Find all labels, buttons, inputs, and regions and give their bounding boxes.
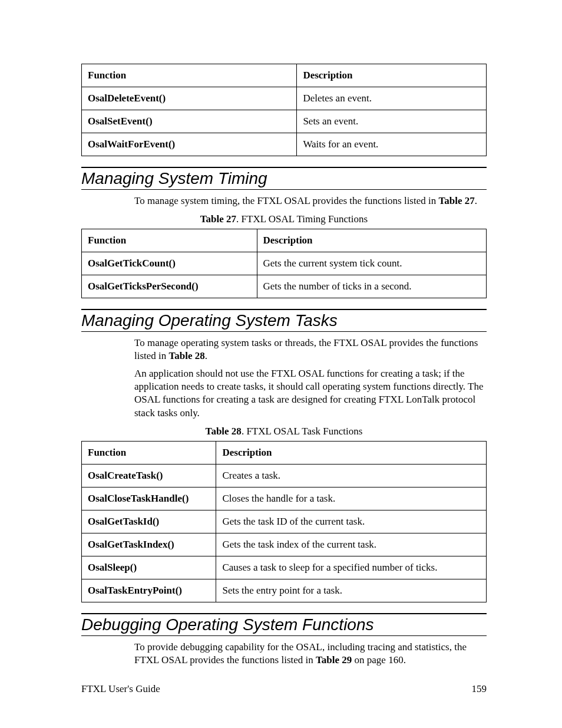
function-description: Creates a task. xyxy=(216,464,487,487)
table-reference: Table 29 xyxy=(316,654,352,666)
debug-paragraph: To provide debugging capability for the … xyxy=(134,641,487,667)
function-description: Gets the task index of the current task. xyxy=(216,533,487,556)
table-row: OsalSetEvent() Sets an event. xyxy=(82,110,487,133)
table-reference: Table 28 xyxy=(169,350,205,361)
table-row: OsalCloseTaskHandle() Closes the handle … xyxy=(82,487,487,510)
table-caption-tasks: Table 28. FTXL OSAL Task Functions xyxy=(81,426,487,437)
text: . xyxy=(205,350,207,361)
footer-page-number: 159 xyxy=(472,683,487,695)
section-heading-tasks: Managing Operating System Tasks xyxy=(81,309,487,332)
table-row: OsalGetTaskIndex() Gets the task index o… xyxy=(82,533,487,556)
tasks-paragraph-2: An application should not use the FTXL O… xyxy=(134,367,487,419)
text: To manage system timing, the FTXL OSAL p… xyxy=(134,195,438,206)
text: To provide debugging capability for the … xyxy=(134,641,467,666)
function-name: OsalGetTaskId() xyxy=(82,510,216,533)
section-heading-debug: Debugging Operating System Functions xyxy=(81,613,487,636)
function-name: OsalSleep() xyxy=(82,556,216,579)
function-name: OsalWaitForEvent() xyxy=(82,133,297,156)
col-header-description: Description xyxy=(257,229,486,252)
caption-rest: . FTXL OSAL Task Functions xyxy=(242,426,363,437)
events-table: Function Description OsalDeleteEvent() D… xyxy=(81,64,487,156)
function-name: OsalDeleteEvent() xyxy=(82,87,297,110)
function-description: Deletes an event. xyxy=(297,87,487,110)
function-name: OsalGetTickCount() xyxy=(82,252,257,275)
function-description: Causes a task to sleep for a specified n… xyxy=(216,556,487,579)
function-name: OsalTaskEntryPoint() xyxy=(82,579,216,602)
table-row: OsalWaitForEvent() Waits for an event. xyxy=(82,133,487,156)
function-description: Gets the current system tick count. xyxy=(257,252,486,275)
footer-title: FTXL User's Guide xyxy=(81,683,160,695)
table-row: OsalGetTickCount() Gets the current syst… xyxy=(82,252,487,275)
page-footer: FTXL User's Guide 159 xyxy=(81,683,487,695)
table-reference: Table 27 xyxy=(438,195,474,206)
function-name: OsalGetTaskIndex() xyxy=(82,533,216,556)
section-heading-timing: Managing System Timing xyxy=(81,167,487,190)
function-name: OsalSetEvent() xyxy=(82,110,297,133)
function-description: Gets the task ID of the current task. xyxy=(216,510,487,533)
col-header-function: Function xyxy=(82,64,297,87)
function-description: Waits for an event. xyxy=(297,133,487,156)
table-header-row: Function Description xyxy=(82,441,487,464)
function-description: Gets the number of ticks in a second. xyxy=(257,275,486,298)
table-caption-timing: Table 27. FTXL OSAL Timing Functions xyxy=(81,213,487,225)
caption-label: Table 28 xyxy=(206,426,242,437)
col-header-description: Description xyxy=(297,64,487,87)
function-description: Sets an event. xyxy=(297,110,487,133)
function-description: Sets the entry point for a task. xyxy=(216,579,487,602)
table-row: OsalDeleteEvent() Deletes an event. xyxy=(82,87,487,110)
tasks-table: Function Description OsalCreateTask() Cr… xyxy=(81,441,487,602)
caption-label: Table 27 xyxy=(200,213,236,225)
text: . xyxy=(475,195,477,206)
table-header-row: Function Description xyxy=(82,64,487,87)
table-header-row: Function Description xyxy=(82,229,487,252)
table-row: OsalSleep() Causes a task to sleep for a… xyxy=(82,556,487,579)
function-description: Closes the handle for a task. xyxy=(216,487,487,510)
table-row: OsalCreateTask() Creates a task. xyxy=(82,464,487,487)
col-header-function: Function xyxy=(82,229,257,252)
tasks-paragraph-1: To manage operating system tasks or thre… xyxy=(134,337,487,363)
text: on page 160. xyxy=(352,654,406,666)
col-header-description: Description xyxy=(216,441,487,464)
table-row: OsalGetTaskId() Gets the task ID of the … xyxy=(82,510,487,533)
col-header-function: Function xyxy=(82,441,216,464)
timing-table: Function Description OsalGetTickCount() … xyxy=(81,229,487,298)
table-row: OsalGetTicksPerSecond() Gets the number … xyxy=(82,275,487,298)
function-name: OsalCreateTask() xyxy=(82,464,216,487)
timing-paragraph: To manage system timing, the FTXL OSAL p… xyxy=(134,195,487,207)
caption-rest: . FTXL OSAL Timing Functions xyxy=(236,213,368,225)
function-name: OsalCloseTaskHandle() xyxy=(82,487,216,510)
table-row: OsalTaskEntryPoint() Sets the entry poin… xyxy=(82,579,487,602)
document-page: Function Description OsalDeleteEvent() D… xyxy=(0,0,562,728)
function-name: OsalGetTicksPerSecond() xyxy=(82,275,257,298)
